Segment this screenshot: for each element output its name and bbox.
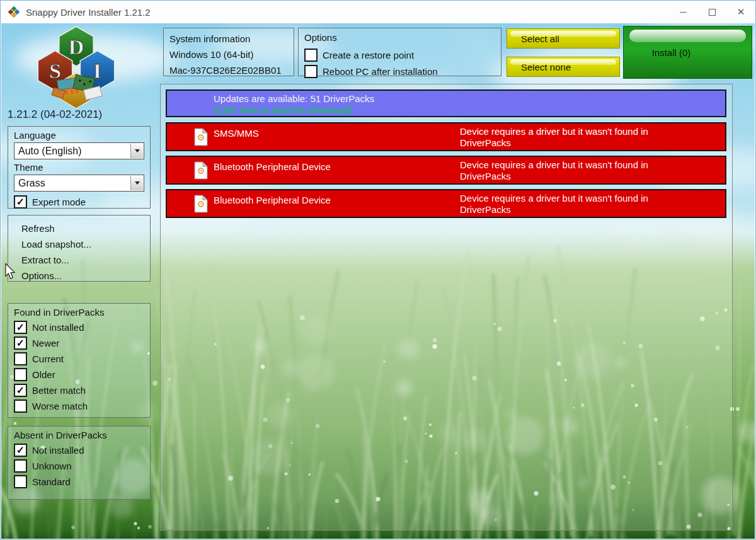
system-os: Windows 10 (64-bit) [169, 47, 288, 62]
filter-label: Standard [32, 476, 71, 487]
checkbox-icon [14, 352, 27, 365]
maximize-icon [709, 9, 716, 16]
system-info-title: System information [169, 31, 288, 47]
absent-standard-checkbox[interactable]: Standard [14, 474, 144, 490]
checkbox-icon [304, 49, 318, 62]
filter-label: Newer [32, 338, 59, 348]
button-gloss [510, 59, 616, 65]
actions-menu-panel: Refresh Load snapshot... Extract to... O… [8, 215, 151, 282]
app-version: 1.21.2 (04-02-2021) [8, 108, 102, 121]
gear-icon: ⚙ [197, 132, 205, 142]
driver-status: Device requires a driver but it wasn't f… [460, 159, 687, 182]
menu-item-load-snapshot[interactable]: Load snapshot... [14, 236, 144, 252]
theme-dropdown-button[interactable] [130, 176, 143, 190]
install-label: Install (0) [652, 47, 691, 58]
expert-mode-label: Expert mode [32, 197, 86, 207]
filter-label: Current [32, 353, 64, 364]
restore-point-checkbox[interactable]: Create a restore point [304, 47, 495, 63]
minimize-button[interactable] [668, 1, 697, 23]
filter-not-installed-checkbox[interactable]: ✓ Not installed [14, 319, 144, 335]
minimize-icon [680, 12, 687, 13]
found-in-driverpacks-panel: Found in DriverPacks ✓ Not installed ✓ N… [8, 303, 151, 418]
theme-select[interactable]: Grass [14, 175, 144, 192]
driver-name: SMS/MMS [214, 128, 259, 139]
sdi-logo: D S I [34, 25, 118, 108]
driver-list-panel: Updates are available: 51 DriverPacks (C… [160, 84, 733, 531]
filter-worse-match-checkbox[interactable]: Worse match [14, 398, 144, 414]
checkbox-icon [14, 368, 27, 381]
theme-value: Grass [18, 178, 45, 189]
absent-unknown-checkbox[interactable]: Unknown [14, 458, 144, 474]
button-gloss [629, 30, 746, 42]
updates-available-text: Updates are available: 51 DriverPacks [214, 93, 374, 104]
install-button[interactable]: Install (0) [623, 26, 752, 79]
filter-label: Unknown [32, 461, 72, 471]
filter-better-match-checkbox[interactable]: ✓ Better match [14, 382, 144, 398]
checkbox-icon: ✓ [14, 444, 27, 457]
updates-banner[interactable]: Updates are available: 51 DriverPacks (C… [166, 89, 726, 117]
app-client-area: D S I 1.21.2 (04-02- [1, 23, 755, 539]
absent-in-driverpacks-panel: Absent in DriverPacks ✓ Not installed Un… [8, 426, 151, 500]
titlebar: Snappy Driver Installer 1.21.2 ✕ [1, 1, 755, 23]
language-label: Language [14, 130, 144, 141]
language-select[interactable]: Auto (English) [14, 142, 144, 159]
app-window: Snappy Driver Installer 1.21.2 ✕ [0, 0, 756, 540]
checkbox-icon [14, 459, 27, 473]
found-panel-title: Found in DriverPacks [14, 307, 144, 318]
window-controls: ✕ [668, 1, 755, 23]
options-title: Options [304, 31, 495, 45]
maximize-button[interactable] [697, 1, 726, 23]
checkbox-icon [304, 65, 318, 78]
checkbox-icon: ✓ [14, 336, 27, 350]
menu-item-options[interactable]: Options... [14, 268, 144, 284]
reboot-checkbox[interactable]: Reboot PC after installation [304, 63, 495, 79]
checkbox-icon [14, 475, 27, 488]
svg-text:S: S [49, 59, 61, 83]
filter-newer-checkbox[interactable]: ✓ Newer [14, 335, 144, 351]
theme-label: Theme [14, 162, 144, 173]
language-dropdown-button[interactable] [130, 144, 143, 158]
close-button[interactable]: ✕ [726, 1, 755, 23]
driver-name: Bluetooth Peripheral Device [214, 195, 331, 205]
button-gloss [510, 31, 616, 37]
select-none-button[interactable]: Select none [507, 57, 620, 77]
menu-item-refresh[interactable]: Refresh [14, 221, 144, 236]
gear-icon: ⚙ [197, 199, 205, 209]
app-icon [8, 6, 20, 18]
system-machine: Mac-937CB26E2E02BB01 [169, 62, 288, 78]
driver-file-icon: ⚙ [194, 161, 208, 180]
driver-status: Device requires a driver but it wasn't f… [460, 193, 687, 215]
filter-label: Older [32, 369, 55, 380]
filter-label: Not installed [32, 445, 84, 456]
language-value: Auto (English) [18, 146, 82, 157]
chevron-down-icon [135, 149, 140, 152]
download-link[interactable]: (Click here to start the download) [214, 105, 352, 115]
menu-item-extract-to[interactable]: Extract to... [14, 252, 144, 268]
driver-status: Device requires a driver but it wasn't f… [460, 126, 687, 149]
filter-current-checkbox[interactable]: Current [14, 351, 144, 367]
filter-older-checkbox[interactable]: Older [14, 367, 144, 382]
filter-label: Not installed [32, 322, 84, 333]
driver-row[interactable]: ⚙ SMS/MMS Device requires a driver but i… [166, 122, 726, 151]
filter-label: Better match [32, 385, 86, 396]
reboot-label: Reboot PC after installation [323, 66, 438, 77]
expert-mode-checkbox[interactable]: ✓ Expert mode [14, 194, 144, 210]
absent-not-installed-checkbox[interactable]: ✓ Not installed [14, 442, 144, 458]
driver-file-icon: ⚙ [194, 195, 208, 213]
gear-icon: ⚙ [197, 166, 205, 176]
chevron-down-icon [135, 181, 140, 185]
checkbox-icon: ✓ [14, 384, 27, 397]
absent-panel-title: Absent in DriverPacks [14, 430, 144, 440]
filter-label: Worse match [32, 401, 88, 411]
restore-point-label: Create a restore point [323, 50, 414, 60]
language-theme-panel: Language Auto (English) Theme Grass ✓ Ex… [8, 126, 151, 209]
driver-row[interactable]: ⚙ Bluetooth Peripheral Device Device req… [166, 156, 726, 185]
driver-row[interactable]: ⚙ Bluetooth Peripheral Device Device req… [166, 189, 726, 218]
driver-name: Bluetooth Peripheral Device [214, 161, 331, 172]
checkbox-icon [14, 399, 27, 413]
svg-text:D: D [69, 35, 84, 59]
select-all-button[interactable]: Select all [507, 28, 620, 49]
close-icon: ✕ [737, 6, 745, 18]
checkbox-icon: ✓ [14, 321, 27, 334]
window-title: Snappy Driver Installer 1.21.2 [26, 7, 151, 18]
